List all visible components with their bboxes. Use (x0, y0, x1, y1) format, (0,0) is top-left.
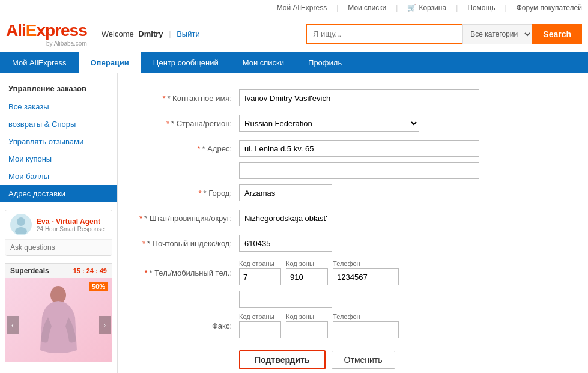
deal-navigation: ‹ › (5, 316, 112, 334)
sidebar-section-title: Управление заказов (0, 79, 117, 98)
phone-extra-input[interactable] (239, 291, 332, 308)
sidebar-item-points[interactable]: Мои баллы (0, 168, 117, 185)
sidebar: Управление заказов Все заказы возвраты &… (0, 73, 118, 373)
fax-label: Факс: (136, 309, 235, 342)
sidebar-item-coupons[interactable]: Мои купоны (0, 150, 117, 168)
phone-label: ** Тел./мобильный тел.: (136, 256, 235, 290)
nav-tabs: Мой AliExpress Операции Центр сообщений … (0, 52, 588, 73)
sidebar-item-returns[interactable]: возвраты & Споры (0, 115, 117, 133)
category-select[interactable]: Все категории (462, 24, 532, 44)
fax-row: Факс: Код страны Код зоны (136, 309, 570, 342)
address-input-1[interactable] (239, 140, 479, 157)
logo-text: AliExpress (6, 21, 87, 40)
eva-question-input[interactable] (5, 240, 112, 255)
search-input[interactable] (306, 24, 462, 44)
eva-avatar-icon (12, 216, 30, 234)
phone-number-input[interactable] (333, 268, 399, 285)
state-input[interactable] (239, 210, 332, 226)
phone-number-col: Телефон (333, 260, 399, 285)
address-label: ** Адрес: (136, 136, 235, 161)
fax-area-col: Код зоны (286, 313, 328, 338)
fax-area-input[interactable] (286, 321, 328, 338)
city-row: ** Город: (136, 180, 570, 205)
header: AliExpress by Alibaba.com Welcome Dmitry… (0, 16, 588, 52)
logo-sub: by Alibaba.com (6, 40, 87, 47)
state-label: ** Штат/провинция/округ: (136, 205, 235, 231)
eva-header: Eva - Virtual Agent 24 Hour Smart Respon… (5, 210, 112, 240)
fax-group: Код страны Код зоны Телефон (239, 313, 566, 338)
superdeals-header: Superdeals 15 : 24 : 49 (5, 264, 112, 278)
contact-name-input[interactable] (239, 89, 479, 106)
sidebar-item-all-orders[interactable]: Все заказы (0, 98, 117, 115)
cancel-button[interactable]: Отменить (332, 351, 395, 369)
phone-group: Код страны Код зоны Телефон (239, 260, 566, 285)
phone-area-label: Код зоны (286, 260, 328, 267)
city-input[interactable] (239, 184, 332, 201)
logo: AliExpress by Alibaba.com (6, 21, 87, 47)
tab-profile[interactable]: Профиль (296, 52, 354, 73)
top-bar: Мой AliExpress | Мои списки | 🛒Корзина |… (0, 0, 588, 16)
country-label: ** Страна/регион: (136, 111, 235, 136)
eva-avatar (10, 214, 32, 235)
phone-area-col: Код зоны (286, 260, 328, 285)
fax-country-input[interactable] (239, 321, 281, 338)
fax-area-label: Код зоны (286, 313, 328, 320)
welcome-text: Welcome Dmitry | Выйти (102, 29, 200, 38)
svg-point-0 (17, 217, 25, 226)
country-row: ** Страна/регион: Russian Federation (136, 111, 570, 136)
top-link-cart[interactable]: 🛒Корзина (407, 4, 446, 12)
zip-row: ** Почтовый индекс/код: (136, 231, 570, 256)
superdeals-body: 50% ‹ › (5, 278, 112, 371)
phone-country-input[interactable] (239, 268, 281, 285)
top-link-forum[interactable]: Форум покупателей (517, 4, 582, 12)
deal-next-button[interactable]: › (99, 316, 111, 334)
sidebar-item-address[interactable]: Адрес доставки (0, 185, 117, 202)
top-sep-1: | (336, 4, 338, 12)
buttons-row: Подтвердить Отменить (136, 342, 570, 373)
deal-prev-button[interactable]: ‹ (7, 316, 19, 334)
deal-badge: 50% (89, 282, 108, 291)
state-row: ** Штат/провинция/округ: (136, 205, 570, 231)
phone-country-label: Код страны (239, 260, 281, 267)
logout-link[interactable]: Выйти (177, 29, 200, 38)
address-row: ** Адрес: (136, 136, 570, 161)
cart-icon: 🛒 (407, 4, 416, 12)
search-button[interactable]: Search (532, 24, 582, 44)
tab-operations[interactable]: Операции (79, 52, 141, 73)
phone-row: ** Тел./мобильный тел.: Код страны Код з… (136, 256, 570, 290)
eva-widget: Eva - Virtual Agent 24 Hour Smart Respon… (5, 210, 112, 256)
city-label: ** Город: (136, 180, 235, 205)
main-layout: Управление заказов Все заказы возвраты &… (0, 73, 588, 373)
content-area: ** Контактное имя: ** Страна/регион: Rus… (118, 73, 588, 373)
tab-my-ali[interactable]: Мой AliExpress (0, 52, 79, 73)
top-link-my-ali[interactable]: Мой AliExpress (277, 4, 327, 12)
sidebar-item-reviews[interactable]: Управлять отзывами (0, 133, 117, 150)
eva-info: Eva - Virtual Agent 24 Hour Smart Respon… (37, 217, 105, 232)
fax-country-label: Код страны (239, 313, 281, 320)
search-area: Все категории Search (306, 24, 582, 44)
address-row-2 (136, 161, 570, 180)
top-bar-links: Мой AliExpress | Мои списки | 🛒Корзина |… (277, 4, 582, 12)
top-link-help[interactable]: Помощь (467, 4, 495, 12)
contact-name-row: ** Контактное имя: (136, 85, 570, 111)
top-sep-2: | (396, 4, 398, 12)
top-sep-4: | (505, 4, 507, 12)
zip-input[interactable] (239, 235, 332, 252)
superdeals-label: Superdeals (10, 267, 49, 275)
fax-number-input[interactable] (333, 321, 399, 338)
contact-name-label: ** Контактное имя: (136, 85, 235, 111)
form-buttons: Подтвердить Отменить (239, 350, 566, 369)
fax-number-col: Телефон (333, 313, 399, 338)
address-form: ** Контактное имя: ** Страна/регион: Rus… (136, 85, 570, 373)
phone-number-label: Телефон (333, 260, 399, 267)
top-link-lists[interactable]: Мои списки (348, 4, 386, 12)
phone-area-input[interactable] (286, 268, 328, 285)
tab-messages[interactable]: Центр сообщений (141, 52, 231, 73)
country-select[interactable]: Russian Federation (239, 115, 419, 132)
phone-extra-row (136, 290, 570, 309)
tab-lists[interactable]: Мои списки (231, 52, 296, 73)
superdeals-timer: 15 : 24 : 49 (73, 267, 107, 274)
address-input-2[interactable] (239, 162, 479, 179)
zip-label: ** Почтовый индекс/код: (136, 231, 235, 256)
confirm-button[interactable]: Подтвердить (239, 350, 326, 369)
